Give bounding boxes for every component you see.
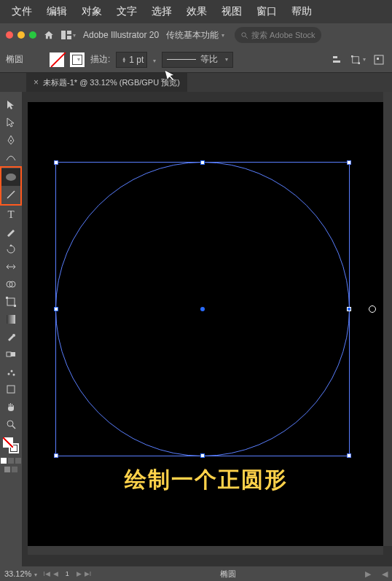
first-artboard-icon[interactable]: I◀ [43,570,50,577]
menu-file[interactable]: 文件 [12,5,32,18]
stroke-width-dropdown[interactable] [150,55,156,65]
menu-window[interactable]: 窗口 [256,5,277,18]
menu-effect[interactable]: 效果 [187,5,207,18]
stroke-profile-dropdown[interactable]: 等比 [162,52,233,68]
ellipse-tool[interactable] [1,168,20,186]
search-adobe-stock[interactable]: 搜索 Adobe Stock [235,27,321,43]
menu-type[interactable]: 文字 [117,5,137,18]
titlebar: Adobe Illustrator 20 传统基本功能 搜索 Adobe Sto… [0,23,392,47]
svg-rect-8 [351,55,353,58]
zoom-level[interactable]: 33.12% [4,569,37,578]
stroke-profile-preview [167,59,196,60]
fill-swatch-toolbar[interactable] [3,437,13,448]
svg-point-13 [6,173,16,181]
align-panel-button[interactable] [331,52,345,67]
svg-rect-19 [14,305,16,307]
control-bar: 椭圆 描边: ▲▼ 1 pt 等比 [0,47,392,73]
stroke-width-input[interactable]: ▲▼ 1 pt [116,52,147,68]
ellipse-shape[interactable] [55,162,350,456]
svg-line-4 [246,36,248,38]
current-tool-label: 椭圆 [220,569,236,580]
rotate-tool[interactable] [1,241,20,258]
svg-rect-9 [358,62,360,64]
svg-rect-6 [333,61,340,63]
svg-rect-0 [61,31,66,39]
toolbar: T [0,92,22,566]
width-tool[interactable] [1,258,20,276]
type-tool[interactable]: T [1,206,20,223]
shape-builder-tool[interactable] [1,276,20,293]
paintbrush-tool[interactable] [1,223,20,241]
curvature-tool[interactable] [1,149,20,166]
pie-widget-icon[interactable] [369,305,376,313]
menu-object[interactable]: 对象 [82,5,102,18]
workspace-area: T [0,92,392,566]
line-tool[interactable] [1,186,20,203]
svg-point-26 [13,374,15,376]
workspace-switcher[interactable]: 传统基本功能 [166,29,224,42]
home-icon[interactable] [44,30,54,40]
symbol-sprayer-tool[interactable] [1,363,20,381]
svg-rect-5 [333,56,337,58]
free-transform-tool[interactable] [1,293,20,311]
transform-panel-button[interactable] [351,52,366,67]
maximize-window-button[interactable] [29,31,36,39]
close-window-button[interactable] [6,31,13,39]
fill-swatch[interactable] [50,52,64,67]
svg-point-24 [8,373,10,375]
menu-edit[interactable]: 编辑 [47,5,67,18]
selection-tool[interactable] [1,96,20,114]
canvas[interactable]: 绘制一个正圆形 [28,102,385,546]
svg-rect-22 [7,352,11,356]
gradient-tool[interactable] [1,311,20,328]
pen-tool[interactable] [1,131,20,149]
search-icon [240,31,248,39]
svg-rect-18 [6,297,8,299]
next-artboard-icon[interactable]: ▶ [77,570,82,577]
stroke-width-stepper[interactable]: ▲▼ [122,57,126,63]
svg-point-28 [7,421,13,426]
close-tab-icon[interactable]: × [34,77,39,87]
status-prev-icon[interactable]: ◀ [382,569,388,579]
prev-artboard-icon[interactable]: ◀ [53,570,58,577]
artboard-nav[interactable]: I◀ ◀ 1 ▶ ▶I [43,570,91,577]
screen-mode-row[interactable] [4,467,17,472]
artboard-tool[interactable] [1,381,20,398]
svg-rect-17 [7,298,15,305]
direct-selection-tool[interactable] [1,114,20,131]
menu-view[interactable]: 视图 [222,5,242,18]
color-mode-row[interactable] [1,458,21,464]
svg-point-12 [10,140,12,141]
svg-rect-23 [11,352,15,356]
video-caption: 绘制一个正圆形 [28,465,385,495]
status-bar: 33.12% I◀ ◀ 1 ▶ ▶I 椭圆 ▶ ◀ [0,566,392,581]
horizontal-scrollbar[interactable] [28,546,383,555]
svg-rect-2 [67,36,71,39]
arrange-documents-button[interactable] [61,31,76,39]
last-artboard-icon[interactable]: ▶I [85,570,92,577]
artboard-number[interactable]: 1 [61,570,74,577]
zoom-tool[interactable] [1,416,20,433]
hand-tool[interactable] [1,398,20,416]
vertical-scrollbar[interactable] [383,92,392,546]
svg-line-29 [12,426,15,429]
svg-rect-27 [7,386,15,393]
stroke-swatch[interactable] [70,52,85,67]
svg-rect-20 [7,315,15,324]
isolate-button[interactable] [372,52,386,67]
svg-rect-7 [353,56,359,63]
eyedropper-tool[interactable] [1,328,20,346]
selection-type-label: 椭圆 [6,53,23,66]
blend-tool[interactable] [1,346,20,363]
minimize-window-button[interactable] [17,31,25,39]
stroke-width-value: 1 pt [129,55,144,65]
fill-stroke-swatches[interactable] [3,437,19,453]
svg-rect-1 [67,31,71,34]
document-tab[interactable]: × 未标题-1* @ 33.12% (RGB/GPU 预览) [26,73,187,92]
status-play-icon[interactable]: ▶ [365,569,371,579]
status-right-nav: ▶ ◀ [365,569,388,579]
svg-point-21 [12,334,15,337]
search-placeholder: 搜索 Adobe Stock [251,30,315,41]
menu-help[interactable]: 帮助 [291,5,312,18]
menu-select[interactable]: 选择 [152,5,172,18]
